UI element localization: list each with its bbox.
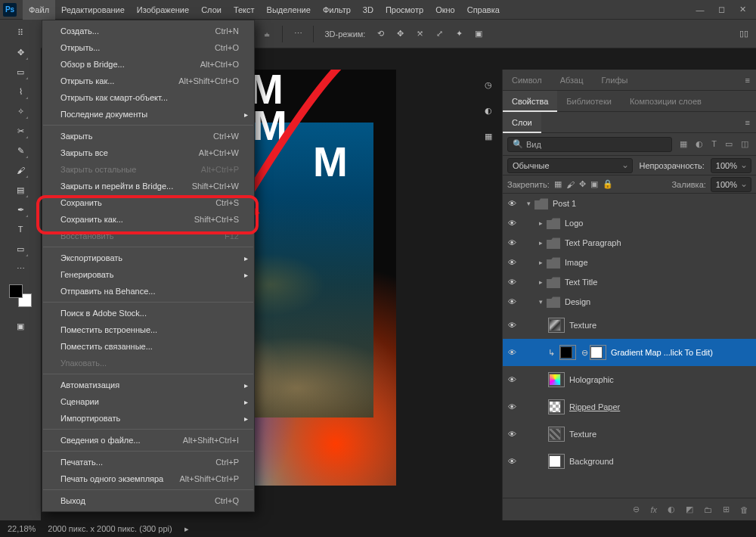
file-menu-dropdown[interactable]: Создать...Ctrl+NОткрыть...Ctrl+OОбзор в … — [42, 20, 255, 512]
filter-shape-icon[interactable]: ▭ — [722, 139, 736, 148]
lock-artboard-icon[interactable]: ▣ — [590, 179, 598, 189]
file-menu-item[interactable]: ВыходCtrl+Q — [42, 492, 254, 509]
document-info[interactable]: 2000 пикс. x 2000 пикс. (300 ppi) — [48, 524, 172, 533]
layer-fx-icon[interactable]: fx — [650, 505, 657, 514]
tab-glyphs[interactable]: Глифы — [593, 70, 637, 91]
file-menu-item[interactable]: Поместить встроенные... — [42, 321, 254, 338]
layer-row[interactable]: 👁▸Text Title — [503, 272, 756, 292]
layer-row[interactable]: 👁▸Text Paragraph — [503, 233, 756, 253]
pan-icon[interactable]: ✥ — [392, 26, 407, 42]
layer-mask-icon[interactable]: ◐ — [668, 504, 675, 514]
layer-row[interactable]: 👁Texture — [503, 312, 756, 339]
panel-toggle-icon[interactable]: ▯▯ — [736, 26, 751, 42]
fill-input[interactable]: 100% — [711, 177, 751, 192]
file-menu-item[interactable]: Открыть как...Alt+Shift+Ctrl+O — [42, 73, 254, 89]
layer-row[interactable]: 👁Ripped Paper — [503, 393, 756, 421]
file-menu-item[interactable]: Печать одного экземпляраAlt+Shift+Ctrl+P — [42, 470, 254, 487]
swatches-icon[interactable]: ▦ — [481, 129, 496, 144]
move-icon[interactable]: ⤧ — [412, 26, 427, 42]
visibility-toggle[interactable]: 👁 — [503, 402, 521, 411]
lock-pixels-icon[interactable]: 🖌 — [566, 180, 575, 189]
file-menu-item[interactable]: Сведения о файле...Alt+Shift+Ctrl+I — [42, 432, 254, 449]
visibility-toggle[interactable]: 👁 — [503, 199, 521, 208]
window-minimize-button[interactable]: ― — [689, 0, 711, 20]
layer-row[interactable]: 👁Background — [503, 448, 756, 475]
file-menu-item[interactable]: Экспортировать — [42, 250, 254, 266]
file-menu-item[interactable]: Создать...Ctrl+N — [42, 23, 254, 39]
menu-3d[interactable]: 3D — [357, 0, 380, 20]
file-menu-item[interactable]: Обзор в Bridge...Alt+Ctrl+O — [42, 56, 254, 73]
panel-menu-icon[interactable]: ≡ — [739, 76, 756, 85]
tab-paragraph[interactable]: Абзац — [551, 70, 593, 91]
tab-character[interactable]: Символ — [503, 70, 551, 91]
visibility-toggle[interactable]: 👁 — [503, 219, 521, 228]
scale-icon[interactable]: ⤢ — [432, 26, 447, 42]
handle-icon[interactable]: ⠿ — [12, 24, 29, 41]
lock-all-icon[interactable]: 🔒 — [603, 179, 613, 189]
link-layers-icon[interactable]: ⊖ — [633, 504, 640, 514]
visibility-toggle[interactable]: 👁 — [503, 278, 521, 287]
menu-view[interactable]: Просмотр — [380, 0, 429, 20]
file-menu-item[interactable]: СохранитьCtrl+S — [42, 194, 254, 211]
menu-edit[interactable]: Редактирование — [55, 0, 131, 20]
lock-transparent-icon[interactable]: ▦ — [554, 179, 562, 189]
layers-tree[interactable]: 👁▾Post 1👁▸Logo👁▸Text Paragraph👁▸Image👁▸T… — [503, 194, 756, 498]
align-bottom-icon[interactable]: ⫨ — [259, 26, 274, 42]
tab-layers[interactable]: Слои — [503, 112, 541, 133]
layer-row[interactable]: 👁Holographic — [503, 366, 756, 393]
visibility-toggle[interactable]: 👁 — [503, 297, 521, 306]
menu-layers[interactable]: Слои — [195, 0, 228, 20]
layers-panel-menu-icon[interactable]: ≡ — [739, 118, 756, 127]
new-group-icon[interactable]: 🗀 — [704, 505, 712, 514]
tab-libraries[interactable]: Библиотеки — [557, 91, 621, 112]
adjustments-icon[interactable]: ◐ — [481, 103, 496, 118]
layer-row[interactable]: 👁▾Design — [503, 292, 756, 312]
layer-row[interactable]: 👁▸Image — [503, 253, 756, 272]
filter-pixel-icon[interactable]: ▦ — [677, 139, 690, 148]
menu-file[interactable]: Файл — [23, 0, 55, 20]
window-maximize-button[interactable]: ◻ — [711, 0, 732, 20]
file-menu-item[interactable]: Отправить на Behance... — [42, 283, 254, 300]
file-menu-item[interactable]: Последние документы — [42, 106, 254, 123]
layer-row[interactable]: 👁Texture — [503, 421, 756, 448]
file-menu-item[interactable]: Поиск в Adobe Stock... — [42, 305, 254, 321]
window-close-button[interactable]: ✕ — [732, 0, 753, 20]
opacity-input[interactable]: 100% — [711, 158, 751, 173]
menu-window[interactable]: Окно — [429, 0, 461, 20]
menu-select[interactable]: Выделение — [261, 0, 317, 20]
filter-type-icon[interactable]: T — [708, 139, 720, 148]
menu-image[interactable]: Изображение — [131, 0, 195, 20]
tab-properties[interactable]: Свойства — [503, 91, 557, 112]
history-icon[interactable]: ◷ — [481, 77, 496, 92]
file-menu-item[interactable]: Импортировать — [42, 410, 254, 427]
menu-filter[interactable]: Фильтр — [317, 0, 357, 20]
filter-adjust-icon[interactable]: ◐ — [692, 139, 706, 148]
filter-smart-icon[interactable]: ◫ — [738, 139, 751, 148]
file-menu-item[interactable]: Сохранить как...Shift+Ctrl+S — [42, 211, 254, 228]
zoom-level[interactable]: 22,18% — [8, 524, 36, 533]
tab-layercomps[interactable]: Композиции слоев — [621, 91, 711, 112]
file-menu-item[interactable]: Открыть как смарт-объект... — [42, 89, 254, 106]
new-adjustment-icon[interactable]: ◩ — [686, 504, 693, 514]
visibility-toggle[interactable]: 👁 — [503, 430, 521, 439]
menu-help[interactable]: Справка — [461, 0, 506, 20]
new-layer-icon[interactable]: ⊞ — [723, 504, 730, 514]
file-menu-item[interactable]: Сценарии — [42, 393, 254, 410]
file-menu-item[interactable]: ЗакрытьCtrl+W — [42, 128, 254, 144]
orbit-icon[interactable]: ⟲ — [373, 26, 388, 42]
camera-icon[interactable]: ▣ — [471, 26, 486, 42]
visibility-toggle[interactable]: 👁 — [503, 238, 521, 247]
layer-row[interactable]: 👁▾Post 1 — [503, 194, 756, 213]
file-menu-item[interactable]: Генерировать — [42, 266, 254, 283]
layer-row[interactable]: 👁↳⊖Gradient Map ...lick To Edit) — [503, 339, 756, 366]
layer-row[interactable]: 👁▸Logo — [503, 213, 756, 233]
visibility-toggle[interactable]: 👁 — [503, 258, 521, 267]
blend-mode-dropdown[interactable]: Обычные — [507, 158, 633, 173]
menu-text[interactable]: Текст — [228, 0, 261, 20]
layers-search-input[interactable]: 🔍 Вид — [507, 137, 672, 152]
visibility-toggle[interactable]: 👁 — [503, 457, 521, 466]
file-menu-item[interactable]: Открыть...Ctrl+O — [42, 39, 254, 56]
light-icon[interactable]: ✦ — [451, 26, 466, 42]
file-menu-item[interactable]: Печатать...Ctrl+P — [42, 454, 254, 470]
file-menu-item[interactable]: Закрыть и перейти в Bridge...Shift+Ctrl+… — [42, 178, 254, 194]
